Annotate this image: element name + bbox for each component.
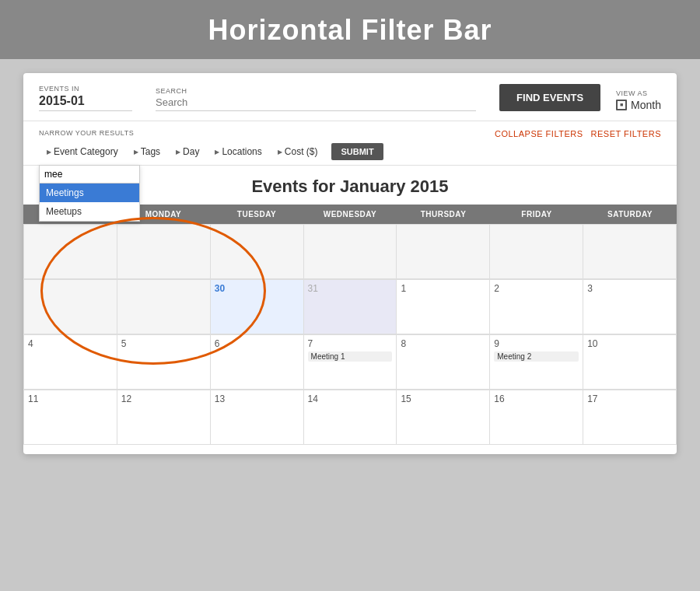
table-row[interactable]: 8 — [397, 335, 490, 390]
date-8: 8 — [401, 338, 485, 349]
event-meeting-1[interactable]: Meeting 1 — [308, 351, 393, 362]
day-filter[interactable]: Day — [168, 143, 207, 160]
table-row — [117, 225, 211, 279]
search-area: SEARCH — [156, 87, 476, 111]
find-events-button[interactable]: FIND EVENTS — [499, 84, 600, 111]
table-row[interactable]: 14 — [304, 390, 397, 445]
date-15: 15 — [401, 393, 485, 404]
date-14: 14 — [308, 393, 393, 404]
table-row[interactable]: 10 — [583, 335, 677, 390]
table-row[interactable]: 30 — [211, 280, 304, 334]
day-saturday: SATURDAY — [583, 205, 677, 224]
table-row — [490, 225, 583, 279]
table-row — [117, 280, 211, 334]
date-11: 11 — [28, 393, 113, 404]
view-as-label: VIEW AS — [616, 89, 661, 97]
event-category-filter: Event Category Meetings Meetups — [39, 143, 126, 160]
table-row — [24, 280, 117, 334]
date-17: 17 — [587, 393, 672, 404]
narrow-label: NARROW YOUR RESULTS Collapse Filters Res… — [39, 129, 661, 138]
search-label: SEARCH — [156, 87, 476, 95]
table-row — [583, 225, 677, 279]
table-row[interactable]: 5 — [117, 335, 211, 390]
table-row — [211, 225, 304, 279]
table-row[interactable]: 7 Meeting 1 — [304, 335, 397, 390]
search-input[interactable] — [156, 96, 476, 111]
table-row[interactable]: 6 — [211, 335, 304, 390]
table-row — [397, 225, 490, 279]
dropdown-item-meetups[interactable]: Meetups — [40, 202, 139, 221]
table-row[interactable]: 3 — [583, 280, 677, 334]
filter-links: Event Category Meetings Meetups Tags Day… — [39, 143, 661, 160]
calendar: SUNDAY MONDAY TUESDAY WEDNESDAY THURSDAY… — [23, 205, 677, 448]
date-6: 6 — [215, 338, 299, 349]
category-search-input[interactable] — [40, 166, 139, 184]
date-9: 9 — [494, 338, 579, 349]
table-row — [304, 225, 397, 279]
collapse-filters-link[interactable]: Collapse Filters — [495, 129, 583, 138]
table-row[interactable]: 2 — [490, 280, 583, 334]
table-row[interactable]: 12 — [117, 390, 211, 445]
event-category-link[interactable]: Event Category — [39, 143, 126, 160]
calendar-week-4: 11 12 13 14 15 16 17 — [23, 390, 677, 445]
date-16: 16 — [494, 393, 579, 404]
day-friday: FRIDAY — [490, 205, 583, 224]
calendar-week-2: 30 31 1 2 3 — [23, 279, 677, 334]
calendar-week-3: 4 5 6 7 Meeting 1 8 9 Meeting 2 10 — [23, 334, 677, 390]
main-card: EVENTS IN 2015-01 SEARCH FIND EVENTS VIE… — [23, 73, 677, 454]
table-row[interactable]: 4 — [24, 335, 117, 390]
date-31: 31 — [308, 283, 393, 294]
events-in-label: EVENTS IN — [39, 85, 132, 93]
month-view-button[interactable]: ■ Month — [616, 99, 661, 111]
table-row — [24, 225, 117, 279]
day-thursday: THURSDAY — [397, 205, 490, 224]
table-row[interactable]: 9 Meeting 2 — [490, 335, 583, 390]
date-4: 4 — [28, 338, 113, 349]
view-as-section: VIEW AS ■ Month — [616, 89, 661, 111]
events-in-value: 2015-01 — [39, 94, 132, 111]
month-label: Month — [631, 99, 661, 111]
table-row[interactable]: 1 — [397, 280, 490, 334]
date-5: 5 — [121, 338, 206, 349]
table-row[interactable]: 17 — [583, 390, 677, 445]
narrow-bar: NARROW YOUR RESULTS Collapse Filters Res… — [23, 121, 677, 166]
date-30: 30 — [215, 283, 299, 294]
tags-filter[interactable]: Tags — [126, 143, 168, 160]
table-row[interactable]: 31 — [304, 280, 397, 334]
table-row[interactable]: 15 — [397, 390, 490, 445]
locations-filter[interactable]: Locations — [207, 143, 269, 160]
cost-filter[interactable]: Cost ($) — [270, 143, 326, 160]
date-13: 13 — [215, 393, 299, 404]
date-1: 1 — [401, 283, 485, 294]
table-row[interactable]: 13 — [211, 390, 304, 445]
table-row[interactable]: 11 — [24, 390, 117, 445]
calendar-icon: ■ — [616, 100, 627, 110]
reset-filters-link[interactable]: Reset Filters — [591, 129, 661, 138]
filter-actions: Collapse Filters Reset Filters — [495, 129, 661, 138]
date-3: 3 — [587, 283, 672, 294]
category-dropdown: Meetings Meetups — [39, 165, 140, 222]
dropdown-item-meetings[interactable]: Meetings — [40, 184, 139, 202]
date-7: 7 — [308, 338, 393, 349]
event-meeting-2[interactable]: Meeting 2 — [494, 351, 579, 362]
day-wednesday: WEDNESDAY — [303, 205, 397, 224]
events-in-section: EVENTS IN 2015-01 — [39, 85, 132, 111]
table-row[interactable]: 16 — [490, 390, 583, 445]
date-12: 12 — [121, 393, 206, 404]
date-2: 2 — [494, 283, 579, 294]
calendar-week-1 — [23, 224, 677, 279]
date-10: 10 — [587, 338, 672, 349]
submit-button[interactable]: SUBMIT — [331, 143, 383, 160]
top-bar: EVENTS IN 2015-01 SEARCH FIND EVENTS VIE… — [23, 73, 677, 121]
day-tuesday: TUESDAY — [210, 205, 303, 224]
page-title: Horizontal Filter Bar — [0, 0, 700, 59]
